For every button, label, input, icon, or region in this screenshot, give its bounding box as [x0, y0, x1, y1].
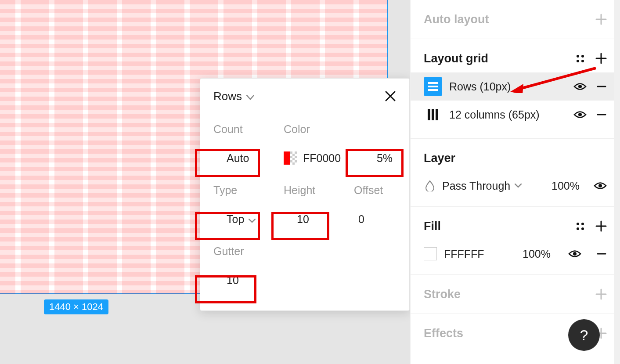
properties-panel: Auto layout Layout grid: [410, 0, 620, 364]
svg-rect-0: [428, 82, 438, 84]
gutter-value: 10: [227, 274, 239, 287]
layer-section: Layer Pass Through 100%: [411, 139, 620, 207]
auto-layout-title: Auto layout: [424, 13, 489, 26]
grid-item-rows[interactable]: Rows (10px): [411, 72, 620, 101]
remove-fill-button[interactable]: [596, 249, 607, 259]
color-hex-value: FF0000: [303, 152, 341, 165]
color-opacity-value: 5%: [377, 152, 393, 165]
height-input[interactable]: 10: [284, 207, 354, 231]
height-value: 10: [297, 213, 309, 226]
effects-title: Effects: [424, 327, 463, 340]
svg-rect-6: [436, 109, 438, 120]
popover-body: Count Color Auto FF0000 5%: [200, 113, 409, 310]
count-value: Auto: [227, 152, 249, 165]
svg-rect-4: [428, 109, 430, 120]
toggle-layer-visibility-button[interactable]: [594, 181, 607, 190]
toggle-fill-visibility-button[interactable]: [568, 249, 581, 258]
rows-icon: [424, 77, 442, 96]
help-button[interactable]: ?: [568, 319, 600, 351]
blend-mode-dropdown[interactable]: Pass Through: [442, 180, 522, 192]
offset-value: 0: [358, 213, 364, 226]
app-root: 1440 × 1024 Rows Count Color: [0, 0, 620, 364]
grid-item-label: Rows (10px): [449, 80, 566, 93]
stroke-section: Stroke: [411, 275, 620, 314]
add-fill-button[interactable]: [595, 220, 607, 232]
add-auto-layout-button[interactable]: [595, 14, 607, 25]
grid-styles-button[interactable]: [575, 54, 585, 63]
layer-title: Layer: [424, 151, 455, 165]
fill-title: Fill: [424, 220, 441, 233]
frame-size-badge: 1440 × 1024: [44, 299, 108, 314]
offset-input[interactable]: 0: [354, 207, 410, 231]
color-input[interactable]: FF0000: [284, 146, 354, 170]
grid-item-columns[interactable]: 12 columns (65px): [411, 101, 620, 129]
svg-rect-5: [432, 109, 434, 120]
blend-mode-icon: [424, 180, 436, 192]
svg-point-7: [578, 113, 582, 116]
svg-rect-2: [428, 89, 438, 91]
svg-point-9: [573, 252, 577, 256]
grid-type-dropdown[interactable]: Rows: [213, 90, 254, 103]
color-swatch-icon: [284, 151, 297, 165]
blend-mode-value: Pass Through: [442, 180, 510, 192]
add-grid-button[interactable]: [595, 53, 607, 64]
remove-grid-button[interactable]: [596, 109, 607, 120]
grid-type-label: Rows: [213, 90, 242, 103]
height-label: Height: [284, 184, 354, 197]
svg-rect-1: [428, 86, 438, 87]
rows-settings-popover: Rows Count Color Auto: [200, 78, 410, 311]
layout-grid-section: Layout grid Rows (10px): [411, 39, 620, 139]
type-value: Top: [227, 213, 244, 226]
type-dropdown[interactable]: Top: [213, 207, 284, 231]
color-label: Color: [284, 123, 354, 136]
toggle-visibility-button[interactable]: [573, 110, 587, 119]
remove-grid-button[interactable]: [596, 81, 607, 92]
close-button[interactable]: [385, 90, 396, 102]
layout-grid-title: Layout grid: [424, 52, 488, 65]
count-input[interactable]: Auto: [213, 146, 284, 170]
grid-list: Rows (10px) 12 columns (65px): [411, 72, 620, 129]
fill-opacity-input[interactable]: 100%: [523, 248, 551, 260]
help-label: ?: [580, 327, 588, 344]
add-stroke-button[interactable]: [595, 288, 607, 300]
chevron-down-icon: [249, 213, 256, 226]
fill-styles-button[interactable]: [575, 221, 585, 231]
offset-label: Offset: [354, 184, 410, 197]
fill-hex-input[interactable]: FFFFFF: [444, 248, 484, 260]
fill-swatch-icon[interactable]: [424, 247, 437, 260]
chevron-down-icon: [246, 90, 254, 103]
color-opacity-input[interactable]: 5%: [354, 146, 410, 170]
gutter-input[interactable]: 10: [213, 268, 284, 292]
type-label: Type: [213, 184, 284, 197]
stroke-title: Stroke: [424, 288, 461, 301]
toggle-visibility-button[interactable]: [573, 82, 587, 91]
svg-point-3: [578, 85, 582, 88]
count-label: Count: [213, 123, 284, 136]
gutter-label: Gutter: [213, 245, 284, 258]
auto-layout-section: Auto layout: [411, 0, 620, 39]
popover-header: Rows: [200, 79, 409, 113]
grid-item-label: 12 columns (65px): [449, 108, 566, 121]
columns-icon: [424, 105, 442, 124]
fill-section: Fill FFFFFF 100%: [411, 207, 620, 275]
svg-point-8: [598, 184, 602, 187]
canvas-area[interactable]: 1440 × 1024 Rows Count Color: [0, 0, 410, 364]
layer-opacity-input[interactable]: 100%: [552, 180, 580, 192]
